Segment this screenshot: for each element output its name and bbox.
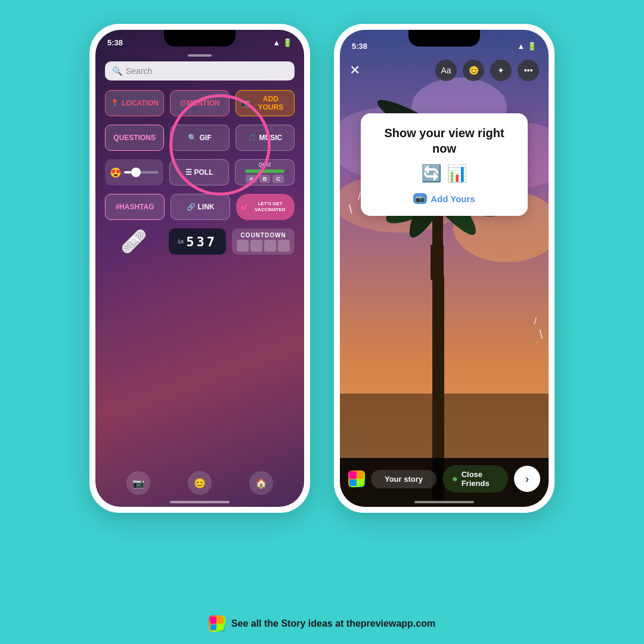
right-time: 5:38 <box>352 42 367 51</box>
location-sticker[interactable]: 📍 LOCATION <box>105 90 164 116</box>
card-icon-right: 📊 <box>447 163 467 183</box>
music-sticker[interactable]: 🎵 MUSIC <box>236 125 295 151</box>
face-tool-icon: 😊 <box>469 66 479 75</box>
link-label: LINK <box>198 203 215 211</box>
slider-fill <box>124 171 131 174</box>
link-sticker[interactable]: 🔗 LINK <box>171 194 230 220</box>
battery-icon: 🔋 <box>283 38 292 47</box>
sticker-row-3: 😍 ☰ POLL <box>105 159 295 185</box>
add-yours-card-button[interactable]: 📷 Add Yours <box>413 193 475 204</box>
location-label: LOCATION <box>122 99 159 107</box>
stay-home-bottom-icon[interactable]: 🏠 <box>249 471 273 495</box>
poll-label: POLL <box>194 168 213 177</box>
quiz-opt-b: B <box>259 175 271 183</box>
right-phone-screen: / \ / \ 5:38 ▲ 🔋 ✕ Aa <box>340 30 549 507</box>
bottom-icon-q3 <box>210 624 217 631</box>
more-tool-icon: ••• <box>524 66 533 75</box>
story-toolbar: ✕ Aa 😊 ✦ ••• <box>340 60 549 81</box>
story-icon-area <box>348 470 365 487</box>
questions-label: QUESTIONS <box>113 134 156 142</box>
add-yours-sticker[interactable]: 📷 ADD YOURS <box>236 90 295 116</box>
mention-label: @MENTION <box>179 99 219 107</box>
location-pin-icon: 📍 <box>110 99 119 107</box>
bottom-text-area: See all the Story ideas at thepreviewapp… <box>209 615 435 632</box>
wifi-icon: ▲ <box>273 38 280 47</box>
poll-sticker[interactable]: ☰ POLL <box>169 159 229 185</box>
countdown-box-3 <box>264 240 276 252</box>
your-story-button[interactable]: Your story <box>371 470 436 488</box>
bottom-preview-icon <box>209 615 225 632</box>
icon-q4 <box>357 479 364 487</box>
countdown-box-2 <box>250 240 262 252</box>
music-note-icon: 🎵 <box>247 134 256 142</box>
sticker-row-5: 🩹 in 537 COUNTDOWN <box>105 228 295 255</box>
search-placeholder: Search <box>126 66 152 76</box>
text-tool-button[interactable]: Aa <box>435 60 457 81</box>
camera-bottom-icon[interactable]: 📷 <box>126 471 150 495</box>
scoreboard-sticker[interactable]: in 537 <box>169 228 227 255</box>
sticker-bottom-icon[interactable]: 😊 <box>188 471 212 495</box>
card-title: Show your view right now <box>379 125 510 156</box>
bottom-icon-q4 <box>217 624 224 631</box>
right-phone-frame: / \ / \ 5:38 ▲ 🔋 ✕ Aa <box>334 24 555 513</box>
svg-rect-7 <box>432 215 443 250</box>
mention-sticker[interactable]: @MENTION <box>170 90 229 116</box>
bandaid-sticker[interactable]: 🩹 <box>105 228 163 255</box>
right-status-icons: ▲ 🔋 <box>517 42 537 51</box>
right-wifi-icon: ▲ <box>517 42 525 51</box>
countdown-label: COUNTDOWN <box>240 232 286 239</box>
gif-sticker[interactable]: 🔍 GIF <box>170 125 229 151</box>
left-bottom-bar: 📷 😊 🏠 <box>95 471 304 495</box>
left-phone-frame: 5:38 ▲ 🔋 🔍 Search <box>89 24 310 513</box>
send-story-button[interactable]: › <box>514 466 540 492</box>
score-digits: 537 <box>186 234 217 249</box>
left-status-icons: ▲ 🔋 <box>273 38 292 47</box>
icon-q3 <box>349 479 357 487</box>
slider-emoji-icon: 😍 <box>110 167 122 178</box>
search-bar[interactable]: 🔍 Search <box>105 61 295 80</box>
sparkle-tool-button[interactable]: ✦ <box>490 60 512 81</box>
bottom-icon-q2 <box>217 617 224 624</box>
hashtag-sticker[interactable]: #HASHTAG <box>105 194 165 220</box>
slider-bar <box>124 171 159 174</box>
countdown-sticker[interactable]: COUNTDOWN <box>232 228 295 255</box>
emoji-slider-sticker[interactable]: 😍 <box>105 159 163 185</box>
close-friends-button[interactable]: ● Close Friends <box>442 465 508 493</box>
left-phone-screen: 5:38 ▲ 🔋 🔍 Search <box>95 30 304 507</box>
right-battery-icon: 🔋 <box>527 42 537 51</box>
sticker-row-1: 📍 LOCATION @MENTION 📷 ADD YOURS <box>105 90 295 116</box>
countdown-box-1 <box>237 240 249 252</box>
face-tool-button[interactable]: 😊 <box>463 60 484 81</box>
score-prefix: in <box>177 239 184 244</box>
bottom-icon-q1 <box>210 617 217 624</box>
sticker-row-4: #HASHTAG 🔗 LINK 💕 LET'S GET VACCINATED <box>105 194 295 220</box>
palm-background <box>340 30 549 507</box>
quiz-content: QUIZ A B C <box>240 162 289 183</box>
questions-sticker[interactable]: QUESTIONS <box>105 125 164 151</box>
poll-icon: ☰ <box>185 168 192 177</box>
right-home-indicator <box>414 501 474 503</box>
vaccinated-sticker[interactable]: 💕 LET'S GET VACCINATED <box>236 194 295 220</box>
add-yours-label: ADD YOURS <box>252 95 289 112</box>
icon-q1 <box>349 472 357 479</box>
your-story-label: Your story <box>385 475 423 484</box>
countdown-content: COUNTDOWN <box>237 232 290 252</box>
quiz-sticker[interactable]: QUIZ A B C <box>235 159 295 185</box>
close-friends-icon: ● <box>452 473 458 484</box>
more-tool-button[interactable]: ••• <box>518 60 539 81</box>
slider-thumb <box>131 168 141 177</box>
card-icons: 🔄 📊 <box>379 163 510 183</box>
right-status-bar: 5:38 ▲ 🔋 <box>340 36 549 51</box>
countdown-box-4 <box>278 240 290 252</box>
main-container: 5:38 ▲ 🔋 🔍 Search <box>0 0 644 644</box>
preview-app-icon <box>348 470 365 487</box>
sticker-grid: 📍 LOCATION @MENTION 📷 ADD YOURS <box>95 85 304 259</box>
close-story-button[interactable]: ✕ <box>349 63 360 78</box>
quiz-label: QUIZ <box>258 162 271 168</box>
text-tool-label: Aa <box>441 66 451 75</box>
gif-label: GIF <box>199 134 211 142</box>
link-icon: 🔗 <box>187 203 196 211</box>
scoreboard-content: in 537 <box>177 234 217 249</box>
notch <box>164 30 236 47</box>
toolbar-right-buttons: Aa 😊 ✦ ••• <box>435 60 539 81</box>
